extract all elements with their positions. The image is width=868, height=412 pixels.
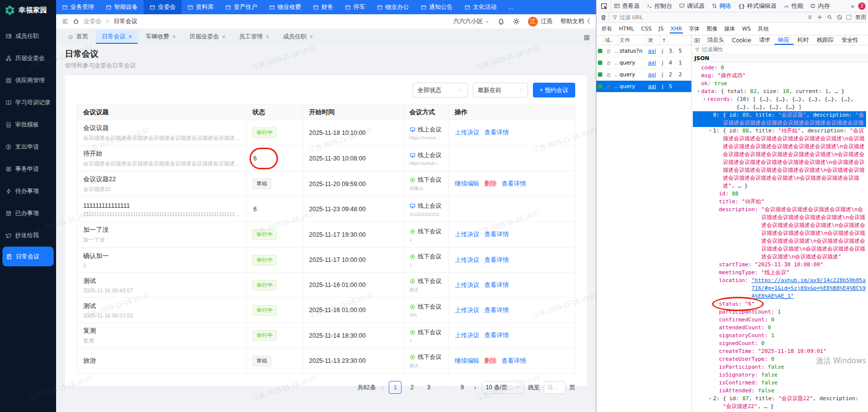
devtools-tab-2[interactable]: 调试器 bbox=[676, 0, 708, 12]
page-number-1[interactable]: 1 bbox=[389, 381, 402, 394]
type-filter-媒体[interactable]: 媒体 bbox=[723, 24, 736, 34]
page-number-9[interactable]: 9 bbox=[456, 381, 468, 394]
close-icon[interactable]: × bbox=[222, 34, 225, 40]
request-row-0[interactable]: ..status?naxij3.5 bbox=[596, 45, 691, 57]
nav-item-5[interactable]: 物业收费 bbox=[263, 0, 307, 14]
add-icon[interactable] bbox=[817, 14, 823, 20]
json-row-0[interactable]: ▸0: { id: 89, title: "会议议题", description… bbox=[693, 111, 866, 127]
type-filter-CSS[interactable]: CSS bbox=[640, 24, 653, 33]
tab-2[interactable]: 车辆收费× bbox=[140, 30, 182, 44]
disclosure-arrow-icon[interactable]: ▾ bbox=[696, 88, 701, 95]
json-row-msg[interactable]: msg: "操作成功" bbox=[693, 72, 866, 80]
action-上传决议[interactable]: 上传决议 bbox=[455, 128, 479, 137]
type-filter-JS[interactable]: JS bbox=[657, 24, 664, 33]
tab-0[interactable]: 首页 bbox=[62, 30, 94, 44]
sidebar-item-7[interactable]: 待办事项 bbox=[0, 180, 56, 202]
nav-item-1[interactable]: 智能设备 bbox=[100, 0, 144, 14]
create-meeting-button[interactable]: + 预约会议 bbox=[533, 83, 575, 97]
json-row-1[interactable]: ▾1: { id: 88, title: "待开始", description:… bbox=[693, 127, 866, 190]
action-查看详情[interactable]: 查看详情 bbox=[501, 180, 526, 188]
request-column-header[interactable]: 文件 bbox=[618, 35, 647, 45]
json-row-signatoryCount[interactable]: signatoryCount: 1 bbox=[693, 332, 866, 340]
json-row-createUserType[interactable]: createUserType: 0 bbox=[693, 355, 866, 363]
action-查看详情[interactable]: 查看详情 bbox=[484, 331, 509, 340]
sidebar-item-10[interactable]: 日常会议 bbox=[2, 247, 54, 266]
request-row-3[interactable]: ..queryaxij5 bbox=[596, 81, 691, 93]
help-doc-link[interactable]: 帮助文档《 bbox=[560, 17, 590, 26]
nav-item-6[interactable]: 财务 bbox=[307, 0, 339, 14]
json-row-2[interactable]: ▸2: { id: 87, title: "会议议题22", descripti… bbox=[693, 395, 866, 411]
json-row-isParticipant[interactable]: isParticipant: false bbox=[693, 363, 866, 371]
request-row-1[interactable]: ..queryaxij41 bbox=[596, 57, 691, 69]
json-row-id[interactable]: id: 88 bbox=[693, 190, 866, 198]
detail-tab-安全性[interactable]: 安全性 bbox=[837, 35, 863, 45]
json-row-attendedCount[interactable]: attendedCount: 0 bbox=[693, 324, 866, 332]
page-number-2[interactable]: 2 bbox=[405, 381, 418, 394]
nav-item-8[interactable]: 物业办公 bbox=[371, 0, 415, 14]
request-column-header[interactable]: 发 bbox=[647, 35, 660, 45]
sidebar-item-0[interactable]: 成员任职 bbox=[0, 25, 56, 47]
element-picker-icon[interactable] bbox=[598, 0, 611, 12]
type-filter-XHR[interactable]: XHR bbox=[670, 24, 683, 33]
page-number-3[interactable]: 3 bbox=[422, 381, 435, 394]
close-icon[interactable]: × bbox=[310, 34, 313, 40]
close-icon[interactable]: × bbox=[172, 34, 176, 40]
sidebar-item-2[interactable]: 供应商管理 bbox=[0, 69, 56, 92]
tab-3[interactable]: 历届业委会× bbox=[184, 30, 231, 44]
search-icon[interactable] bbox=[827, 14, 833, 20]
filter-properties-input[interactable]: 过滤属性 bbox=[692, 45, 868, 54]
type-filter-图像[interactable]: 图像 bbox=[706, 24, 718, 34]
action-查看详情[interactable]: 查看详情 bbox=[484, 256, 509, 264]
devtools-tab-6[interactable]: 内存 bbox=[806, 0, 833, 12]
json-row-signedCount[interactable]: signedCount: 0 bbox=[693, 340, 866, 348]
json-row-ok[interactable]: ok: true bbox=[693, 80, 866, 88]
home-icon[interactable] bbox=[73, 18, 79, 25]
devtools-tab-1[interactable]: 控制台 bbox=[643, 0, 676, 12]
action-查看详情[interactable]: 查看详情 bbox=[484, 128, 509, 137]
type-filter-所有[interactable]: 所有 bbox=[600, 24, 613, 34]
type-filter-其他[interactable]: 其他 bbox=[757, 24, 770, 34]
page-number-···[interactable]: ··· bbox=[439, 381, 452, 394]
json-row-participantCount[interactable]: participantCount: 1 bbox=[693, 308, 866, 316]
prev-page-button[interactable]: ‹ bbox=[380, 383, 385, 391]
clear-requests-icon[interactable] bbox=[598, 12, 609, 22]
json-row-isAttended[interactable]: isAttended: false bbox=[693, 387, 866, 395]
detail-tab-请求[interactable]: 请求 bbox=[755, 35, 775, 45]
action-查看详情[interactable]: 查看详情 bbox=[501, 357, 526, 365]
json-row-isConfirmed[interactable]: isConfirmed: false bbox=[693, 379, 866, 387]
nav-item-10[interactable]: 文化活动 bbox=[459, 0, 502, 14]
devtools-tab-0[interactable]: 查看器 bbox=[611, 0, 643, 12]
json-row-description[interactable]: description: "会议描述会议描述会议描述会议描述\n会议描述会议描述… bbox=[693, 206, 866, 261]
sidebar-item-1[interactable]: 历届业委会 bbox=[0, 47, 56, 69]
disable-cache-checkbox[interactable] bbox=[846, 15, 851, 20]
action-上传决议[interactable]: 上传决议 bbox=[455, 306, 479, 315]
action-上传决议[interactable]: 上传决议 bbox=[455, 281, 479, 289]
json-row-title[interactable]: title: "待开始" bbox=[693, 198, 866, 206]
block-icon[interactable] bbox=[837, 14, 842, 20]
action-上传决议[interactable]: 上传决议 bbox=[455, 331, 479, 340]
sidebar-item-8[interactable]: 已办事项 bbox=[0, 202, 56, 224]
request-column-header[interactable]: 域.. bbox=[603, 35, 618, 45]
avatar[interactable]: 江 bbox=[528, 17, 538, 27]
sort-select[interactable]: 最新在前 bbox=[473, 83, 528, 97]
tab-4[interactable]: 员工管理× bbox=[233, 30, 275, 44]
request-cause[interactable]: axi bbox=[647, 60, 660, 66]
json-row-code[interactable]: code: 0 bbox=[693, 64, 866, 72]
request-cause[interactable]: axi bbox=[647, 83, 660, 90]
disclosure-arrow-icon[interactable]: ▸ bbox=[708, 395, 713, 411]
user-menu[interactable]: 江 江燕 bbox=[528, 17, 553, 27]
request-cause[interactable]: axi bbox=[647, 71, 660, 78]
collapse-sidebar-icon[interactable] bbox=[62, 18, 68, 25]
json-row-confirmedCount[interactable]: confirmedCount: 0 bbox=[693, 316, 866, 324]
status-filter-select[interactable]: 全部状态 bbox=[413, 83, 468, 97]
type-filter-字体[interactable]: 字体 bbox=[688, 24, 701, 34]
disclosure-arrow-icon[interactable]: ▸ bbox=[708, 111, 713, 127]
devtools-tab-4[interactable]: {}样式编辑器 bbox=[735, 0, 780, 12]
sidebar-item-3[interactable]: 学习培训记录 bbox=[0, 92, 56, 114]
nav-item-11[interactable]: ... bbox=[502, 0, 519, 14]
sidebar-item-9[interactable]: 抄送给我 bbox=[0, 224, 56, 247]
jump-page-input[interactable] bbox=[544, 381, 565, 394]
devtools-tab-3[interactable]: 网络 bbox=[708, 0, 735, 12]
json-row-status[interactable]: status: "6" bbox=[693, 300, 866, 308]
tab-grid-icon[interactable] bbox=[584, 34, 590, 41]
